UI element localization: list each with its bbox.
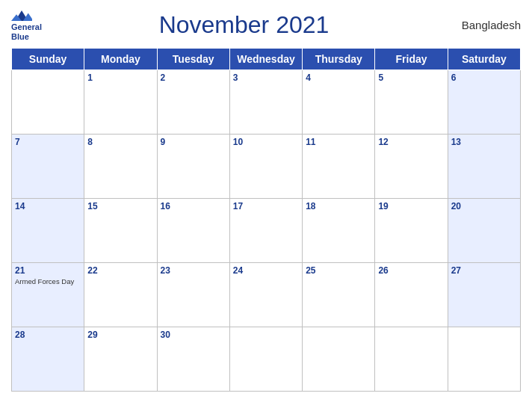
calendar-cell: 9 <box>157 135 229 199</box>
calendar-week-row: 78910111213 <box>12 135 521 199</box>
day-number: 5 <box>378 72 444 83</box>
header-sunday: Sunday <box>12 49 84 70</box>
logo-icon <box>11 7 32 22</box>
calendar-cell: 5 <box>375 70 448 135</box>
calendar-cell <box>229 327 302 392</box>
day-number: 29 <box>87 330 153 340</box>
logo-text-blue: Blue <box>11 32 29 42</box>
day-number: 15 <box>87 201 153 211</box>
calendar-cell: 4 <box>303 70 375 135</box>
day-number: 10 <box>233 137 299 147</box>
header-saturday: Saturday <box>448 49 520 70</box>
day-number: 13 <box>451 137 517 147</box>
calendar-container: General Blue November 2021 Bangladesh Su… <box>0 0 532 411</box>
calendar-cell <box>448 327 520 392</box>
day-number: 23 <box>161 265 226 276</box>
calendar-cell: 10 <box>229 135 302 199</box>
month-title: November 2021 <box>42 11 446 39</box>
header-tuesday: Tuesday <box>157 49 229 70</box>
calendar-cell: 21Armed Forces Day <box>12 263 84 327</box>
calendar-cell: 12 <box>375 135 448 199</box>
calendar-cell: 17 <box>229 199 302 263</box>
calendar-cell: 16 <box>157 199 229 263</box>
day-number: 16 <box>161 201 226 211</box>
calendar-cell <box>375 327 448 392</box>
calendar-table: Sunday Monday Tuesday Wednesday Thursday… <box>11 48 521 392</box>
calendar-cell: 26 <box>375 263 448 327</box>
day-number: 22 <box>87 265 153 276</box>
day-number: 2 <box>161 72 226 83</box>
day-number: 18 <box>306 201 371 211</box>
day-number: 28 <box>15 330 81 340</box>
calendar-cell: 20 <box>448 199 520 263</box>
calendar-cell: 13 <box>448 135 520 199</box>
logo-mountain-icon <box>11 7 32 22</box>
weekday-header-row: Sunday Monday Tuesday Wednesday Thursday… <box>12 49 521 70</box>
header-monday: Monday <box>84 49 157 70</box>
day-number: 11 <box>306 137 371 147</box>
day-number: 7 <box>15 137 81 147</box>
day-number: 20 <box>451 201 517 211</box>
calendar-cell <box>303 327 375 392</box>
calendar-cell: 28 <box>12 327 84 392</box>
logo-area: General Blue <box>11 7 42 42</box>
country-name: Bangladesh <box>446 19 521 31</box>
calendar-cell: 27 <box>448 263 520 327</box>
day-number: 26 <box>378 265 444 276</box>
calendar-cell: 1 <box>84 70 157 135</box>
calendar-cell: 2 <box>157 70 229 135</box>
day-event: Armed Forces Day <box>15 277 81 285</box>
day-number: 25 <box>306 265 371 276</box>
calendar-week-row: 282930 <box>12 327 521 392</box>
calendar-cell: 22 <box>84 263 157 327</box>
day-number: 14 <box>15 201 81 211</box>
day-number: 12 <box>378 137 444 147</box>
day-number: 6 <box>451 72 517 83</box>
day-number: 24 <box>233 265 299 276</box>
calendar-cell: 15 <box>84 199 157 263</box>
day-number: 9 <box>161 137 226 147</box>
day-number: 17 <box>233 201 299 211</box>
day-number: 21 <box>15 265 81 276</box>
day-number: 19 <box>378 201 444 211</box>
calendar-cell: 6 <box>448 70 520 135</box>
calendar-week-row: 14151617181920 <box>12 199 521 263</box>
calendar-week-row: 21Armed Forces Day222324252627 <box>12 263 521 327</box>
logo-text-general: General <box>11 22 42 32</box>
calendar-cell: 14 <box>12 199 84 263</box>
calendar-cell: 18 <box>303 199 375 263</box>
header-friday: Friday <box>375 49 448 70</box>
calendar-header: General Blue November 2021 Bangladesh <box>11 7 521 42</box>
header-wednesday: Wednesday <box>229 49 302 70</box>
calendar-cell: 3 <box>229 70 302 135</box>
header-thursday: Thursday <box>303 49 375 70</box>
calendar-cell: 8 <box>84 135 157 199</box>
calendar-cell: 29 <box>84 327 157 392</box>
calendar-cell: 19 <box>375 199 448 263</box>
calendar-cell: 7 <box>12 135 84 199</box>
calendar-cell: 25 <box>303 263 375 327</box>
calendar-cell: 24 <box>229 263 302 327</box>
day-number: 3 <box>233 72 299 83</box>
day-number: 4 <box>306 72 371 83</box>
calendar-cell <box>12 70 84 135</box>
calendar-week-row: 123456 <box>12 70 521 135</box>
day-number: 1 <box>87 72 153 83</box>
day-number: 30 <box>161 330 226 340</box>
calendar-cell: 11 <box>303 135 375 199</box>
calendar-cell: 23 <box>157 263 229 327</box>
day-number: 27 <box>451 265 517 276</box>
day-number: 8 <box>87 137 153 147</box>
calendar-cell: 30 <box>157 327 229 392</box>
